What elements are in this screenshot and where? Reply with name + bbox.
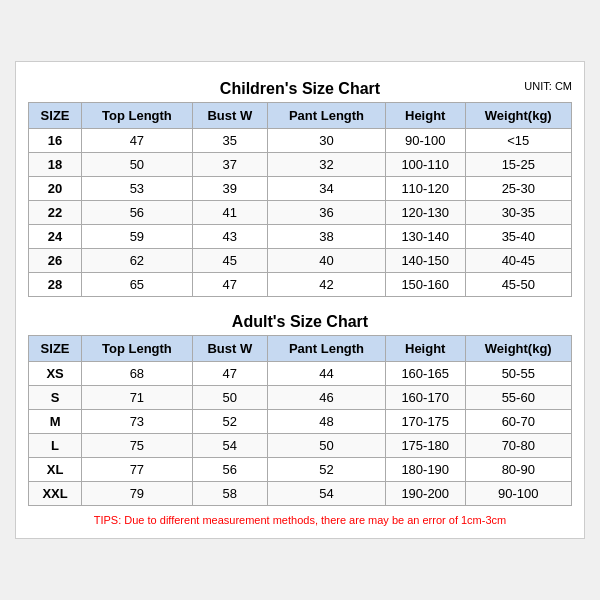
data-cell: 45	[192, 249, 267, 273]
data-cell: 110-120	[385, 177, 465, 201]
data-cell: 50	[268, 434, 386, 458]
data-cell: 45-50	[465, 273, 572, 297]
table-row: L755450175-18070-80	[29, 434, 572, 458]
data-cell: 35-40	[465, 225, 572, 249]
children-col-weight: Weight(kg)	[465, 103, 572, 129]
data-cell: 80-90	[465, 458, 572, 482]
data-cell: 34	[268, 177, 386, 201]
size-cell: XS	[29, 362, 82, 386]
data-cell: 70-80	[465, 434, 572, 458]
data-cell: 71	[82, 386, 192, 410]
table-row: 22564136120-13030-35	[29, 201, 572, 225]
size-cell: 20	[29, 177, 82, 201]
data-cell: 30-35	[465, 201, 572, 225]
table-row: 26624540140-15040-45	[29, 249, 572, 273]
data-cell: 175-180	[385, 434, 465, 458]
data-cell: 140-150	[385, 249, 465, 273]
table-row: XXL795854190-20090-100	[29, 482, 572, 506]
data-cell: 190-200	[385, 482, 465, 506]
size-cell: XL	[29, 458, 82, 482]
data-cell: 54	[268, 482, 386, 506]
data-cell: 90-100	[385, 129, 465, 153]
data-cell: 38	[268, 225, 386, 249]
data-cell: 30	[268, 129, 386, 153]
data-cell: 52	[268, 458, 386, 482]
adults-header-row: SIZE Top Length Bust W Pant Length Heigh…	[29, 336, 572, 362]
children-col-pant-length: Pant Length	[268, 103, 386, 129]
data-cell: 62	[82, 249, 192, 273]
data-cell: 44	[268, 362, 386, 386]
adults-col-size: SIZE	[29, 336, 82, 362]
children-header-row: SIZE Top Length Bust W Pant Length Heigh…	[29, 103, 572, 129]
adults-col-top-length: Top Length	[82, 336, 192, 362]
data-cell: 32	[268, 153, 386, 177]
table-row: 18503732100-11015-25	[29, 153, 572, 177]
data-cell: 77	[82, 458, 192, 482]
table-row: 1647353090-100<15	[29, 129, 572, 153]
adults-title-text: Adult's Size Chart	[232, 313, 368, 330]
unit-label: UNIT: CM	[524, 80, 572, 92]
data-cell: 50	[82, 153, 192, 177]
data-cell: 160-170	[385, 386, 465, 410]
data-cell: 90-100	[465, 482, 572, 506]
adults-table: SIZE Top Length Bust W Pant Length Heigh…	[28, 335, 572, 506]
data-cell: 79	[82, 482, 192, 506]
data-cell: 150-160	[385, 273, 465, 297]
data-cell: 56	[192, 458, 267, 482]
table-row: 28654742150-16045-50	[29, 273, 572, 297]
data-cell: 170-175	[385, 410, 465, 434]
data-cell: 48	[268, 410, 386, 434]
data-cell: <15	[465, 129, 572, 153]
data-cell: 42	[268, 273, 386, 297]
data-cell: 65	[82, 273, 192, 297]
adults-col-weight: Weight(kg)	[465, 336, 572, 362]
size-cell: S	[29, 386, 82, 410]
children-col-size: SIZE	[29, 103, 82, 129]
children-title-text: Children's Size Chart	[220, 80, 380, 97]
children-title: Children's Size Chart UNIT: CM	[28, 74, 572, 102]
table-row: S715046160-17055-60	[29, 386, 572, 410]
data-cell: 59	[82, 225, 192, 249]
size-cell: 28	[29, 273, 82, 297]
data-cell: 53	[82, 177, 192, 201]
data-cell: 68	[82, 362, 192, 386]
adults-col-height: Height	[385, 336, 465, 362]
size-cell: 24	[29, 225, 82, 249]
data-cell: 58	[192, 482, 267, 506]
data-cell: 36	[268, 201, 386, 225]
data-cell: 40	[268, 249, 386, 273]
data-cell: 40-45	[465, 249, 572, 273]
data-cell: 47	[192, 362, 267, 386]
data-cell: 55-60	[465, 386, 572, 410]
size-cell: L	[29, 434, 82, 458]
data-cell: 43	[192, 225, 267, 249]
data-cell: 47	[82, 129, 192, 153]
data-cell: 75	[82, 434, 192, 458]
table-row: 20533934110-12025-30	[29, 177, 572, 201]
data-cell: 37	[192, 153, 267, 177]
data-cell: 60-70	[465, 410, 572, 434]
data-cell: 160-165	[385, 362, 465, 386]
data-cell: 100-110	[385, 153, 465, 177]
data-cell: 15-25	[465, 153, 572, 177]
data-cell: 46	[268, 386, 386, 410]
table-row: XS684744160-16550-55	[29, 362, 572, 386]
size-cell: 22	[29, 201, 82, 225]
size-cell: 26	[29, 249, 82, 273]
adults-title: Adult's Size Chart	[28, 307, 572, 335]
data-cell: 120-130	[385, 201, 465, 225]
data-cell: 39	[192, 177, 267, 201]
data-cell: 25-30	[465, 177, 572, 201]
data-cell: 50-55	[465, 362, 572, 386]
adults-col-pant-length: Pant Length	[268, 336, 386, 362]
children-table: SIZE Top Length Bust W Pant Length Heigh…	[28, 102, 572, 297]
chart-container: Children's Size Chart UNIT: CM SIZE Top …	[15, 61, 585, 539]
data-cell: 180-190	[385, 458, 465, 482]
tips-text: TIPS: Due to different measurement metho…	[28, 514, 572, 526]
size-cell: XXL	[29, 482, 82, 506]
data-cell: 41	[192, 201, 267, 225]
table-row: M735248170-17560-70	[29, 410, 572, 434]
data-cell: 50	[192, 386, 267, 410]
data-cell: 130-140	[385, 225, 465, 249]
size-cell: 18	[29, 153, 82, 177]
